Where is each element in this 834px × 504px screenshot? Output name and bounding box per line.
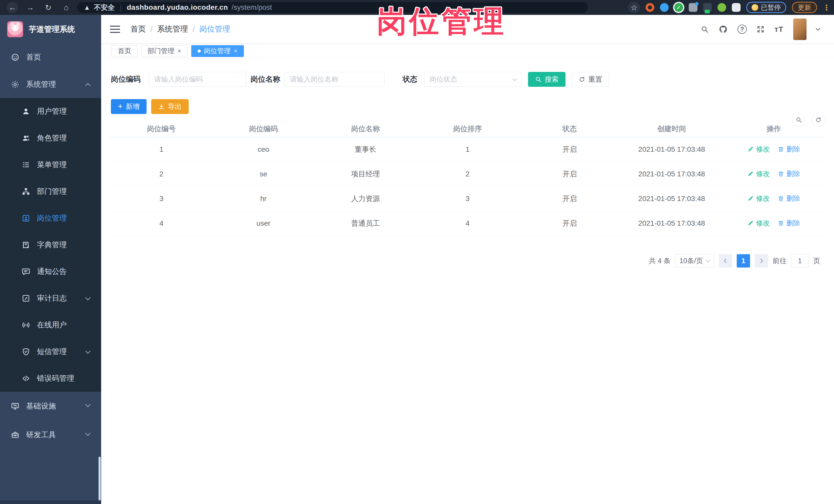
- gear-icon: [11, 80, 20, 89]
- sidebar-item-label: 研发工具: [26, 430, 56, 440]
- breadcrumb-item[interactable]: 系统管理: [157, 24, 188, 35]
- collapse-menu-icon[interactable]: [110, 26, 120, 33]
- delete-link[interactable]: 删除: [777, 145, 800, 154]
- tab[interactable]: 岗位管理×: [191, 45, 244, 57]
- export-button[interactable]: 导出: [151, 99, 189, 114]
- status-select-placeholder: 岗位状态: [430, 75, 457, 84]
- extension-dark-icon[interactable]: [703, 3, 712, 12]
- tab-bar: 首页部门管理×岗位管理×: [101, 44, 834, 59]
- sidebar-item-label: 在线用户: [37, 320, 67, 330]
- github-icon[interactable]: [719, 25, 728, 34]
- cell-sort: 4: [417, 211, 519, 236]
- goto-page-input[interactable]: [791, 254, 809, 267]
- sidebar-item[interactable]: 岗位管理: [0, 205, 101, 232]
- extension-gray-icon[interactable]: [689, 3, 698, 12]
- chevron-right-icon: [759, 259, 763, 263]
- edit-link[interactable]: 修改: [747, 194, 770, 203]
- extension-orange-icon[interactable]: [645, 3, 654, 12]
- font-size-icon[interactable]: тT: [774, 25, 784, 34]
- refresh-icon[interactable]: [811, 113, 825, 127]
- browser-reload-icon[interactable]: ↻: [43, 2, 54, 13]
- cell-status: 开启: [519, 137, 621, 162]
- sidebar-item-label: 岗位管理: [37, 213, 67, 223]
- bookmark-star-icon[interactable]: ☆: [628, 2, 640, 13]
- post-code-input[interactable]: [149, 72, 246, 87]
- help-icon[interactable]: ?: [738, 25, 747, 34]
- url-divider: |: [120, 3, 122, 12]
- extension-green-icon[interactable]: [718, 3, 726, 12]
- sidebar-item[interactable]: 菜单管理: [0, 152, 101, 178]
- sidebar-item[interactable]: 通知公告: [0, 258, 101, 285]
- delete-link[interactable]: 删除: [777, 194, 800, 203]
- address-bar[interactable]: ▲ 不安全 | dashboard.yudao.iocoder.cn/syste…: [77, 2, 588, 13]
- not-secure-warning-icon: ▲: [84, 4, 90, 12]
- sidebar-item[interactable]: 错误码管理: [0, 365, 101, 392]
- cell-id: 3: [110, 187, 213, 211]
- sidebar-item[interactable]: 部门管理: [0, 178, 101, 205]
- emoji-face-icon: [752, 4, 758, 11]
- column-header: 岗位编码: [213, 121, 315, 137]
- search-icon[interactable]: [701, 25, 709, 34]
- breadcrumb-item[interactable]: 首页: [130, 24, 146, 35]
- extensions-puzzle-icon[interactable]: [732, 3, 741, 12]
- sidebar-item[interactable]: 审计日志: [0, 285, 101, 312]
- sidebar: 芋道管理系统 首页系统管理用户管理角色管理菜单管理部门管理岗位管理字典管理通知公…: [0, 15, 101, 504]
- active-tab-dot: [198, 49, 201, 52]
- close-icon[interactable]: ×: [177, 47, 181, 55]
- next-page-button[interactable]: [755, 254, 768, 267]
- sidebar-scrollbar[interactable]: [98, 457, 101, 500]
- plus-icon: +: [118, 102, 123, 110]
- tree-icon: [22, 187, 30, 196]
- cell-id: 4: [110, 211, 213, 236]
- sidebar-item-label: 菜单管理: [37, 160, 67, 170]
- page-number-current[interactable]: 1: [737, 254, 750, 267]
- tab[interactable]: 首页: [111, 45, 137, 57]
- sidebar-item[interactable]: 在线用户: [0, 312, 101, 338]
- edit-link[interactable]: 修改: [747, 219, 770, 228]
- sidebar-item[interactable]: 用户管理: [0, 98, 101, 125]
- update-button[interactable]: 更新: [792, 2, 817, 13]
- user-avatar[interactable]: [793, 19, 807, 40]
- extension-pin-icon[interactable]: [660, 3, 669, 12]
- browser-forward-icon[interactable]: →: [25, 2, 36, 13]
- edit-link[interactable]: 修改: [747, 145, 770, 154]
- sidebar-item[interactable]: 首页: [0, 44, 101, 71]
- delete-link[interactable]: 删除: [777, 219, 800, 228]
- status-select[interactable]: 岗位状态: [424, 72, 522, 87]
- app-logo-row[interactable]: 芋道管理系统: [0, 15, 101, 44]
- browser-menu-icon[interactable]: ⋮: [823, 3, 830, 12]
- sidebar-item[interactable]: 系统管理: [0, 71, 101, 98]
- extension-check-icon[interactable]: ✓: [674, 3, 683, 12]
- search-button[interactable]: 搜索: [528, 72, 566, 87]
- fullscreen-icon[interactable]: [756, 25, 765, 34]
- chevron-down-icon: [85, 402, 91, 407]
- chevron-down-icon: [706, 258, 710, 263]
- main-area: 首页/系统管理/岗位管理 ? тT 首页部门管理×岗位管理× 岗位编码 岗位名称…: [101, 15, 834, 504]
- cell-id: 2: [110, 162, 213, 187]
- breadcrumb-separator: /: [193, 25, 195, 34]
- sidebar-item[interactable]: 基础设施: [0, 392, 101, 420]
- page-size-select[interactable]: 10条/页: [675, 254, 714, 267]
- cell-name: 董事长: [314, 137, 417, 162]
- sidebar-item[interactable]: 角色管理: [0, 125, 101, 152]
- close-icon[interactable]: ×: [234, 47, 238, 55]
- export-button-label: 导出: [168, 102, 182, 111]
- paused-badge[interactable]: 已暂停: [746, 2, 786, 13]
- toggle-search-icon[interactable]: [792, 113, 806, 127]
- browser-back-icon[interactable]: ←: [7, 2, 18, 13]
- prev-page-button[interactable]: [719, 254, 732, 267]
- tab[interactable]: 部门管理×: [141, 45, 188, 57]
- reset-button[interactable]: 重置: [572, 72, 609, 87]
- cell-status: 开启: [519, 211, 621, 236]
- sidebar-item[interactable]: 短信管理: [0, 338, 101, 365]
- edit-link[interactable]: 修改: [747, 169, 770, 178]
- chevron-down-icon[interactable]: [815, 26, 820, 30]
- add-button[interactable]: + 新增: [111, 99, 147, 114]
- post-name-input[interactable]: [284, 72, 385, 87]
- page-unit-label: 页: [813, 256, 820, 265]
- browser-home-icon[interactable]: ⌂: [61, 2, 72, 13]
- sidebar-item[interactable]: 研发工具: [0, 420, 101, 449]
- sidebar-item-label: 角色管理: [37, 133, 67, 143]
- sidebar-item[interactable]: 字典管理: [0, 232, 101, 258]
- delete-link[interactable]: 删除: [777, 169, 800, 178]
